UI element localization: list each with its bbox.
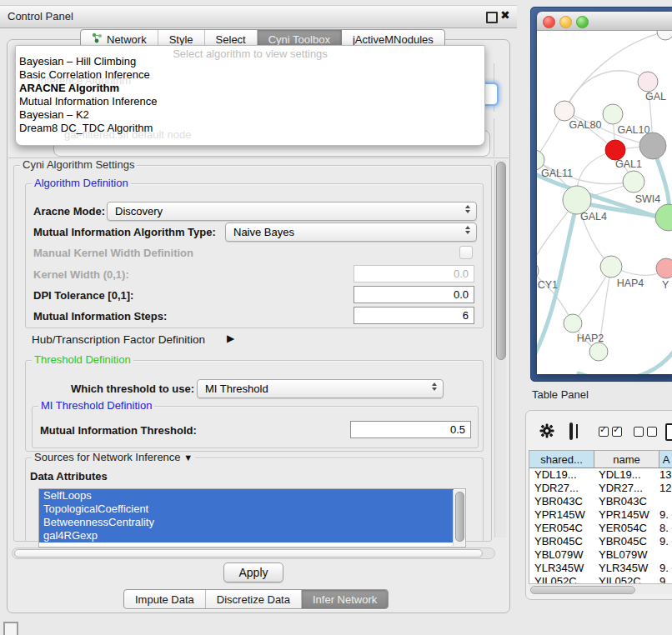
new-table-document-icon[interactable]	[665, 423, 672, 441]
network-node[interactable]	[589, 342, 608, 361]
data-attributes-list[interactable]: SelfLoopsTopologicalCoefficientBetweenne…	[38, 488, 466, 548]
table-cell: YPR145W	[594, 508, 658, 522]
tab-impute-data[interactable]: Impute Data	[124, 590, 206, 608]
node-label: SWI4	[635, 193, 661, 205]
table-row[interactable]: YBL079WYBL079W	[529, 548, 672, 562]
table-cell: 9.	[658, 562, 672, 575]
network-node[interactable]	[657, 30, 672, 40]
mi-steps-field[interactable]: 6	[354, 307, 474, 324]
network-node-hap4[interactable]	[600, 256, 622, 278]
which-threshold-label: Which threshold to use:	[71, 382, 194, 395]
deselect-all-checkboxes-icon[interactable]	[634, 427, 657, 437]
settings-vertical-scrollbar-thumb[interactable]	[496, 162, 506, 360]
data-attributes-label: Data Attributes	[30, 470, 108, 482]
corner-widget-icon[interactable]	[3, 622, 18, 635]
node-label: GAL	[645, 91, 666, 102]
network-canvas[interactable]: GALGAL80GAL10GAL1GAL11SWI4GAL4GCY1HAP4YH…	[537, 30, 672, 374]
table-cell	[658, 548, 672, 562]
attribute-item-selected[interactable]: TopologicalCoefficient	[39, 502, 454, 516]
network-window: GALGAL80GAL10GAL1GAL11SWI4GAL4GCY1HAP4YH…	[537, 12, 672, 374]
table-row[interactable]: YLR345WYLR345W9.	[529, 562, 672, 575]
kernel-width-label: Kernel Width (0,1):	[33, 268, 129, 281]
column-header[interactable]: name	[594, 451, 659, 468]
network-node[interactable]	[655, 204, 672, 231]
column-view-icon[interactable]	[569, 422, 573, 440]
table-row[interactable]: YER054CYER054C8.	[529, 522, 672, 535]
attribute-item-selected[interactable]: SelfLoops	[39, 489, 454, 502]
network-node-y[interactable]	[656, 258, 672, 278]
apply-button[interactable]: Apply	[223, 562, 283, 582]
settings-horizontal-scrollbar[interactable]	[12, 548, 495, 559]
zoom-traffic-light[interactable]	[576, 16, 589, 28]
algorithm-option[interactable]: Mutual Information Inference	[19, 95, 481, 108]
which-threshold-combo[interactable]: MI Threshold	[197, 379, 444, 398]
threshold-definition-title: Threshold Definition	[32, 354, 133, 366]
hub-section-label: Hub/Transcription Factor Definition	[32, 333, 205, 346]
manual-kernel-label: Manual Kernel Width Definition	[33, 247, 193, 259]
table-row[interactable]: YBR045CYBR045C9.	[529, 535, 672, 548]
table-row[interactable]: YBR043CYBR043C	[529, 495, 672, 508]
table-cell: 9.	[658, 508, 672, 522]
expand-arrow-icon[interactable]: ▶	[227, 332, 234, 344]
settings-group-title: Cyni Algorithm Settings	[20, 159, 137, 171]
node-label: GAL1	[615, 158, 642, 170]
network-window-titlebar[interactable]	[537, 12, 672, 31]
column-header[interactable]: shared...	[529, 451, 594, 468]
table-cell: YBR045C	[529, 535, 594, 548]
network-node-gal[interactable]	[638, 72, 658, 92]
network-node-gal1[interactable]	[605, 140, 625, 160]
network-node[interactable]	[639, 132, 666, 159]
algorithm-option[interactable]: Bayesian – Hill Climbing	[19, 55, 481, 68]
settings-gear-icon[interactable]	[539, 423, 554, 442]
mi-type-combo[interactable]: Naive Bayes	[225, 222, 477, 242]
algorithm-option[interactable]: Basic Correlation Inference	[19, 68, 481, 82]
table-panel-header: Table Panel	[524, 383, 672, 407]
network-node-gal10[interactable]	[603, 104, 623, 124]
sources-group-title: Sources for Network Inference ▼	[32, 452, 195, 463]
attr-items: SelfLoopsTopologicalCoefficientBetweenne…	[39, 489, 465, 542]
table-cell: YPR145W	[529, 508, 594, 522]
column-header[interactable]: A	[659, 451, 672, 468]
table-horizontal-scrollbar[interactable]	[529, 583, 672, 594]
mi-threshold-field[interactable]: 0.5	[350, 421, 471, 438]
network-node-gal4[interactable]	[563, 186, 591, 214]
algorithm-option[interactable]: ARACNE Algorithm	[19, 82, 481, 95]
table-cell: YER054C	[529, 522, 594, 535]
table-cell: YDL19...	[529, 468, 594, 482]
table-row[interactable]: YPR145WYPR145W9.	[529, 508, 672, 522]
table-cell: YBR045C	[594, 535, 658, 548]
table-cell: YBL079W	[529, 548, 594, 562]
table-cell	[658, 495, 672, 508]
table-row[interactable]: YDR27...YDR27...12	[529, 482, 672, 495]
close-icon[interactable]: ✖	[500, 8, 510, 22]
node-label: GAL11	[541, 168, 573, 179]
panel-title: Control Panel	[8, 10, 73, 22]
float-window-icon[interactable]	[486, 12, 498, 23]
tab-discretize-data[interactable]: Discretize Data	[206, 590, 302, 608]
attribute-item-selected[interactable]: BetweennessCentrality	[39, 516, 454, 529]
collapse-arrow-icon[interactable]: ▼	[183, 452, 193, 462]
algorithm-option[interactable]: Dream8 DC_TDC Algorithm	[19, 122, 481, 135]
select-all-checkboxes-icon[interactable]	[599, 427, 622, 437]
node-label: GAL80	[569, 119, 602, 131]
table-cell: YER054C	[594, 522, 658, 535]
mi-threshold-group-title: MI Threshold Definition	[38, 400, 154, 412]
network-node-hap2[interactable]	[564, 314, 582, 332]
node-table: shared...nameA YDL19...YDL19...13YDR27..…	[529, 450, 672, 584]
kernel-width-field[interactable]: 0.0	[354, 265, 474, 282]
minimize-traffic-light[interactable]	[559, 16, 572, 28]
list-scrollbar[interactable]	[453, 490, 464, 546]
network-node-swi4[interactable]	[623, 171, 644, 192]
tab-network-label: Network	[107, 33, 147, 46]
attribute-item-selected[interactable]: gal4RGexp	[39, 529, 454, 542]
dpi-tolerance-field[interactable]: 0.0	[354, 286, 474, 303]
table-row[interactable]: YDL19...YDL19...13	[529, 468, 672, 482]
algorithm-option[interactable]: Bayesian – K2	[19, 108, 481, 122]
table-header-row: shared...nameA	[529, 451, 672, 468]
aracne-mode-combo[interactable]: Discovery	[107, 202, 477, 221]
close-traffic-light[interactable]	[543, 16, 555, 28]
network-node-gal80[interactable]	[554, 101, 574, 121]
divider	[8, 158, 509, 158]
tab-infer-network[interactable]: Infer Network	[302, 590, 388, 608]
manual-kernel-checkbox[interactable]	[459, 246, 473, 259]
